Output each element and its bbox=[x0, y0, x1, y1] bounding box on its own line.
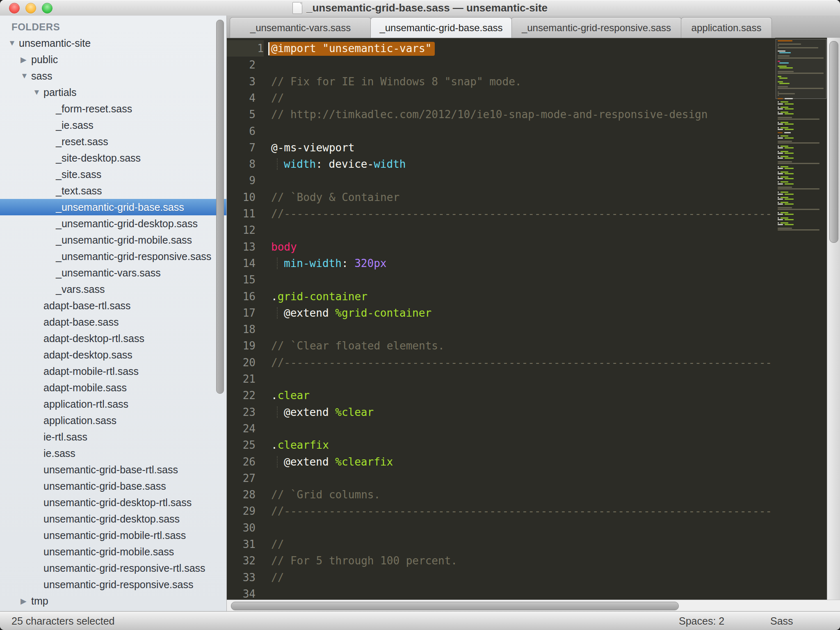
horizontal-scrollbar-thumb[interactable] bbox=[231, 602, 679, 610]
sidebar-file-unsemantic-grid-mobile-rtl.sass[interactable]: unsemantic-grid-mobile-rtl.sass bbox=[0, 527, 227, 543]
sidebar-file-_reset.sass[interactable]: _reset.sass bbox=[0, 133, 227, 150]
sidebar-folder-unsemantic-site[interactable]: ▼unsemantic-site bbox=[0, 35, 227, 51]
line-number[interactable]: 15 bbox=[227, 272, 256, 288]
line-content[interactable]: // For 5 through 100 percent. bbox=[271, 552, 457, 569]
tab-application-sass[interactable]: application.sass bbox=[681, 17, 772, 38]
disclosure-expanded-icon[interactable]: ▼ bbox=[8, 39, 19, 48]
line-number[interactable]: 3 bbox=[227, 73, 256, 90]
sidebar-file-_unsemantic-grid-base.sass[interactable]: _unsemantic-grid-base.sass bbox=[0, 199, 227, 215]
sidebar-file-unsemantic-grid-base-rtl.sass[interactable]: unsemantic-grid-base-rtl.sass bbox=[0, 461, 227, 478]
sidebar-file-ie-rtl.sass[interactable]: ie-rtl.sass bbox=[0, 429, 227, 445]
line-content[interactable]: // bbox=[271, 536, 284, 552]
line-content[interactable]: // `Grid columns. bbox=[271, 486, 380, 503]
line-content[interactable]: .clear bbox=[271, 387, 310, 404]
line-number[interactable]: 23 bbox=[227, 404, 256, 420]
line-content[interactable]: @extend %grid-container bbox=[271, 305, 431, 321]
sidebar-folder-partials[interactable]: ▼partials bbox=[0, 84, 227, 100]
sidebar-file-application-rtl.sass[interactable]: application-rtl.sass bbox=[0, 396, 227, 412]
line-number[interactable]: 27 bbox=[227, 470, 256, 486]
line-content[interactable]: // bbox=[271, 90, 284, 106]
line-number[interactable]: 16 bbox=[227, 288, 256, 305]
vertical-scrollbar-thumb[interactable] bbox=[829, 41, 838, 243]
horizontal-scrollbar[interactable] bbox=[227, 600, 840, 612]
sidebar-file-_site.sass[interactable]: _site.sass bbox=[0, 166, 227, 183]
sidebar-folder-tmp[interactable]: ▶tmp bbox=[0, 593, 227, 609]
sidebar-folder-public[interactable]: ▶public bbox=[0, 51, 227, 68]
line-content[interactable]: width: device-width bbox=[271, 156, 406, 172]
sidebar-file-adapt-desktop.sass[interactable]: adapt-desktop.sass bbox=[0, 347, 227, 363]
line-content[interactable]: //--------------------------------------… bbox=[271, 205, 772, 222]
sidebar-scrollbar-thumb[interactable] bbox=[216, 20, 224, 394]
line-number[interactable]: 31 bbox=[227, 536, 256, 552]
tab--unsemantic-grid-responsive-sass[interactable]: _unsemantic-grid-responsive.sass bbox=[511, 17, 682, 38]
sidebar-file-application.sass[interactable]: application.sass bbox=[0, 412, 227, 429]
disclosure-expanded-icon[interactable]: ▼ bbox=[33, 88, 43, 97]
line-number[interactable]: 9 bbox=[227, 172, 256, 189]
indentation-setting[interactable]: Spaces: 2 bbox=[679, 615, 724, 627]
line-content[interactable]: @import "unsemantic-vars" bbox=[271, 40, 435, 57]
line-number[interactable]: 1 bbox=[227, 40, 264, 57]
line-number[interactable]: 8 bbox=[227, 156, 256, 172]
sidebar-file-_unsemantic-grid-responsive.sass[interactable]: _unsemantic-grid-responsive.sass bbox=[0, 248, 227, 265]
sidebar-file-_ie.sass[interactable]: _ie.sass bbox=[0, 117, 227, 133]
line-number[interactable]: 17 bbox=[227, 305, 256, 321]
disclosure-collapsed-icon[interactable]: ▶ bbox=[21, 596, 31, 606]
line-content[interactable]: //--------------------------------------… bbox=[271, 503, 772, 519]
sidebar-file-adapt-base-rtl.sass[interactable]: adapt-base-rtl.sass bbox=[0, 297, 227, 314]
line-number[interactable]: 5 bbox=[227, 106, 256, 123]
line-number[interactable]: 13 bbox=[227, 239, 256, 255]
sidebar-file-unsemantic-grid-responsive-rtl.sass[interactable]: unsemantic-grid-responsive-rtl.sass bbox=[0, 560, 227, 576]
sidebar-file-ie.sass[interactable]: ie.sass bbox=[0, 445, 227, 461]
line-content[interactable]: min-width: 320px bbox=[271, 255, 386, 272]
line-content[interactable]: .grid-container bbox=[271, 288, 368, 305]
sidebar-file-adapt-base.sass[interactable]: adapt-base.sass bbox=[0, 314, 227, 330]
sidebar-file-_vars.sass[interactable]: _vars.sass bbox=[0, 281, 227, 297]
line-number[interactable]: 32 bbox=[227, 552, 256, 569]
line-number[interactable]: 34 bbox=[227, 586, 256, 600]
line-number[interactable]: 18 bbox=[227, 321, 256, 338]
sidebar-file-unsemantic-grid-desktop-rtl.sass[interactable]: unsemantic-grid-desktop-rtl.sass bbox=[0, 494, 227, 511]
line-number[interactable]: 6 bbox=[227, 123, 256, 139]
sidebar-file-adapt-desktop-rtl.sass[interactable]: adapt-desktop-rtl.sass bbox=[0, 330, 227, 347]
title-bar[interactable]: _unsemantic-grid-base.sass — unsemantic-… bbox=[0, 0, 840, 16]
line-content[interactable]: //--------------------------------------… bbox=[271, 354, 772, 371]
line-number[interactable]: 28 bbox=[227, 486, 256, 503]
line-number[interactable]: 21 bbox=[227, 371, 256, 387]
line-content[interactable]: // `Body & Container bbox=[271, 189, 399, 205]
line-content[interactable]: // bbox=[271, 569, 284, 586]
line-content[interactable]: // Fix for IE in Windows 8 "snap" mode. bbox=[271, 73, 521, 90]
sidebar-file-_form-reset.sass[interactable]: _form-reset.sass bbox=[0, 100, 227, 117]
line-number[interactable]: 33 bbox=[227, 569, 256, 586]
sidebar-folder-sass[interactable]: ▼sass bbox=[0, 68, 227, 84]
line-content[interactable]: @extend %clearfix bbox=[271, 454, 393, 470]
sidebar-file-adapt-mobile-rtl.sass[interactable]: adapt-mobile-rtl.sass bbox=[0, 363, 227, 379]
line-number[interactable]: 4 bbox=[227, 90, 256, 106]
line-number[interactable]: 19 bbox=[227, 338, 256, 354]
line-number[interactable]: 22 bbox=[227, 387, 256, 404]
sidebar-file-_text.sass[interactable]: _text.sass bbox=[0, 183, 227, 199]
tab--unsemantic-grid-base-sass[interactable]: _unsemantic-grid-base.sass bbox=[370, 17, 512, 38]
sidebar-file-unsemantic-grid-mobile.sass[interactable]: unsemantic-grid-mobile.sass bbox=[0, 543, 227, 560]
selected-text[interactable]: @import "unsemantic-vars" bbox=[269, 42, 435, 56]
line-number[interactable]: 11 bbox=[227, 205, 256, 222]
line-number[interactable]: 12 bbox=[227, 222, 256, 238]
disclosure-collapsed-icon[interactable]: ▶ bbox=[21, 55, 31, 64]
line-number[interactable]: 25 bbox=[227, 437, 256, 453]
tab--unsemantic-vars-sass[interactable]: _unsemantic-vars.sass bbox=[230, 17, 371, 38]
sidebar-file-unsemantic-grid-desktop.sass[interactable]: unsemantic-grid-desktop.sass bbox=[0, 511, 227, 527]
disclosure-expanded-icon[interactable]: ▼ bbox=[21, 71, 31, 80]
line-content[interactable]: @-ms-viewport bbox=[271, 139, 355, 156]
line-number[interactable]: 7 bbox=[227, 139, 256, 156]
line-content[interactable]: // `Clear floated elements. bbox=[271, 338, 445, 354]
sidebar-file-unsemantic-grid-responsive.sass[interactable]: unsemantic-grid-responsive.sass bbox=[0, 576, 227, 593]
line-number[interactable]: 2 bbox=[227, 57, 256, 73]
sidebar-file-_unsemantic-grid-desktop.sass[interactable]: _unsemantic-grid-desktop.sass bbox=[0, 215, 227, 232]
line-content[interactable]: body bbox=[271, 239, 297, 255]
minimap[interactable] bbox=[775, 38, 827, 600]
sidebar-file-_unsemantic-vars.sass[interactable]: _unsemantic-vars.sass bbox=[0, 265, 227, 281]
line-number[interactable]: 10 bbox=[227, 189, 256, 205]
syntax-setting[interactable]: Sass bbox=[770, 615, 793, 627]
code-editor[interactable]: 1@import "unsemantic-vars"23// Fix for I… bbox=[227, 38, 840, 600]
line-content[interactable]: @extend %clear bbox=[271, 404, 374, 420]
sidebar-file-_unsemantic-grid-mobile.sass[interactable]: _unsemantic-grid-mobile.sass bbox=[0, 232, 227, 248]
